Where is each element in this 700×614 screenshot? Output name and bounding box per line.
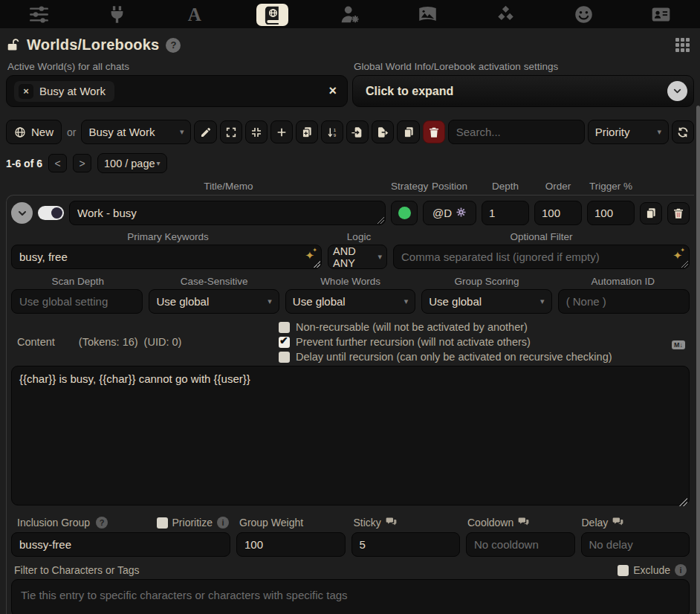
delay-input[interactable] [581, 532, 690, 557]
new-entry-button[interactable] [270, 120, 293, 143]
logic-cell: AND ANY ▾ [328, 245, 387, 269]
entry-order-input[interactable] [534, 201, 582, 225]
scrollbar-thumb[interactable] [696, 106, 700, 614]
delay-recursion-option[interactable]: Delay until recursion (can only be activ… [279, 351, 612, 363]
pagination: 1-6 of 6 < > 100 / page ▾ [0, 144, 700, 173]
automation-id-input[interactable] [558, 289, 690, 314]
logic-select[interactable]: AND ANY ▾ [328, 245, 387, 269]
exclude-label: Exclude [633, 564, 670, 576]
world-toolbar: New or Busy at Work ▾ 19 [0, 107, 700, 144]
remove-tag-icon[interactable]: × [19, 84, 33, 99]
whole-words-select[interactable]: Use global ▾ [285, 289, 415, 314]
prev-page-button[interactable]: < [48, 154, 67, 172]
content-textarea[interactable]: {{char}} is busy, {{char}} cannot go wit… [11, 366, 690, 505]
info-icon[interactable]: i [675, 564, 687, 576]
sort-order-select[interactable]: Priority ▾ [588, 120, 669, 144]
delete-world-button[interactable] [423, 120, 445, 143]
help-icon[interactable]: ? [166, 38, 181, 53]
group-weight-header: Group Weight [238, 517, 346, 529]
global-activation-expander[interactable]: Click to expand [352, 75, 694, 107]
rename-world-button[interactable] [194, 120, 216, 143]
primary-keywords-cell: ✦ [11, 245, 322, 269]
checkbox[interactable] [279, 352, 290, 363]
maximize-icon [225, 126, 237, 138]
per-page-value: 100 / page [104, 158, 155, 169]
refresh-button[interactable] [672, 120, 694, 143]
nav-user-settings[interactable] [545, 0, 623, 28]
cooldown-label: Cooldown [467, 517, 513, 529]
logic-value: AND ANY [333, 245, 373, 269]
entry-trigger-input[interactable] [587, 201, 635, 225]
nav-formatting[interactable]: A [155, 0, 233, 28]
fill-empty-memos-button[interactable] [296, 120, 318, 143]
scrollbar[interactable] [696, 106, 700, 614]
duplicate-world-button[interactable] [397, 120, 419, 143]
column-strategy: Strategy [391, 181, 418, 192]
chevron-down-icon [672, 85, 683, 97]
prioritize-option[interactable]: Prioritize i [157, 517, 232, 529]
entry-strategy-button[interactable] [391, 201, 418, 225]
keyword-inputs-row: ✦ AND ANY ▾ ✦ [11, 245, 690, 269]
entry-enabled-toggle[interactable] [38, 206, 64, 220]
nav-api-connections[interactable] [78, 0, 156, 28]
token-count: (Tokens: 16) [79, 336, 138, 348]
entry-depth-input[interactable] [482, 201, 529, 225]
markdown-icon[interactable]: M↓ [672, 340, 685, 349]
grid-layout-icon[interactable] [675, 38, 690, 52]
char-filter-textarea[interactable] [11, 579, 690, 614]
checkbox[interactable] [157, 517, 168, 529]
nav-backgrounds[interactable] [389, 0, 467, 28]
sort-numeric-icon: 19 [326, 126, 338, 138]
help-icon[interactable]: ? [96, 517, 108, 529]
per-page-select[interactable]: 100 / page ▾ [97, 153, 167, 173]
group-scoring-select[interactable]: Use global ▾ [421, 289, 551, 314]
lock-open-icon[interactable] [7, 39, 20, 51]
next-page-button[interactable]: > [73, 154, 91, 172]
duplicate-entry-button[interactable] [640, 202, 662, 224]
active-worlds-column: Active World(s) for all chats × Busy at … [6, 59, 348, 107]
primary-keywords-input[interactable] [11, 245, 322, 269]
checkbox[interactable] [279, 322, 290, 333]
open-all-entries-button[interactable] [220, 120, 242, 143]
delay-recursion-label: Delay until recursion (can only be activ… [296, 351, 612, 363]
close-all-entries-button[interactable] [245, 120, 268, 143]
export-world-button[interactable] [372, 120, 394, 143]
scan-depth-input[interactable] [11, 289, 143, 314]
sparkles-icon[interactable]: ✦ [305, 250, 314, 261]
entry-position-select[interactable]: @D [423, 201, 476, 225]
inclusion-group-input[interactable] [11, 532, 230, 557]
active-worlds-multiselect[interactable]: × Busy at Work × [6, 75, 348, 107]
apply-sorting-button[interactable]: 19 [321, 120, 343, 143]
info-icon[interactable]: i [217, 517, 229, 529]
nav-extensions[interactable] [467, 0, 545, 28]
delete-entry-button[interactable] [667, 202, 690, 224]
cooldown-input[interactable] [466, 532, 575, 557]
group-weight-input[interactable] [236, 532, 346, 557]
nav-persona[interactable] [311, 0, 389, 28]
search-input[interactable] [448, 120, 585, 144]
clear-all-worlds-icon[interactable]: × [328, 83, 337, 99]
delay-label: Delay [582, 517, 609, 529]
new-world-button[interactable]: New [6, 120, 62, 144]
case-sensitive-select[interactable]: Use global ▾ [149, 289, 279, 314]
import-world-button[interactable] [346, 120, 369, 143]
optional-filter-input[interactable] [393, 245, 690, 269]
nav-world-info[interactable] [233, 0, 311, 28]
world-entry: @D Primary Keywords Logic Optional Filte… [6, 195, 694, 614]
checkbox[interactable] [618, 565, 629, 576]
copy-icon [645, 207, 657, 219]
prevent-recursion-option[interactable]: Prevent further recursion (will not acti… [279, 336, 612, 348]
world-select[interactable]: Busy at Work ▾ [81, 120, 191, 144]
automation-id-label: Automation ID [558, 276, 688, 287]
sparkles-icon[interactable]: ✦ [673, 250, 682, 261]
nav-sliders[interactable] [0, 0, 78, 28]
entry-title-input[interactable] [69, 201, 386, 225]
sticky-input[interactable] [351, 532, 461, 557]
nav-characters[interactable] [622, 0, 700, 28]
entry-column-headers: Title/Memo Strategy Position Depth Order… [0, 173, 700, 195]
entry-expand-button[interactable] [11, 202, 33, 224]
checkbox[interactable] [279, 337, 290, 348]
expand-chevron-button[interactable] [667, 81, 687, 101]
exclude-option[interactable]: Exclude i [618, 564, 687, 576]
non-recursable-option[interactable]: Non-recursable (will not be activated by… [279, 321, 612, 333]
